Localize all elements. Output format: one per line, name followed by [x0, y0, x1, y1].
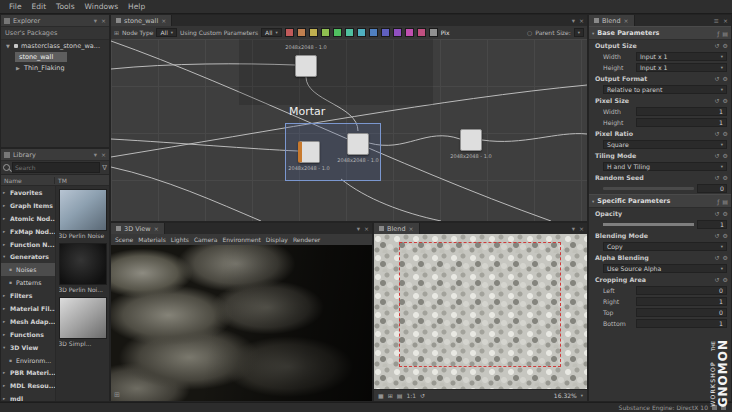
crop-top-input[interactable]: 0 — [636, 308, 727, 317]
options-icon[interactable]: ⚙ — [723, 75, 728, 82]
category-atomic-nodes[interactable]: ▸Atomic Nod... — [1, 212, 55, 225]
reset-icon[interactable]: ↺ — [715, 75, 720, 82]
reset-icon[interactable]: ↺ — [715, 210, 720, 217]
reset-icon[interactable]: ↺ — [715, 130, 720, 137]
graph-node[interactable] — [460, 129, 482, 151]
menu-camera[interactable]: Camera — [194, 236, 218, 243]
alpha-blending-dropdown[interactable]: Use Source Alpha▾ — [603, 264, 727, 273]
chevron-down-icon[interactable]: ▼ — [5, 43, 11, 49]
crop-left-input[interactable]: 0 — [636, 286, 727, 295]
tab-stone-wall[interactable]: stone_wall × — [111, 15, 172, 26]
viewport-grid-icon[interactable]: ⊞ — [114, 391, 120, 399]
collapse-icon[interactable]: ▾ — [592, 199, 594, 204]
menu-help[interactable]: Help — [123, 2, 150, 11]
category-pbr-materials[interactable]: ▸PBR Materi... — [1, 366, 55, 379]
node-type-icon[interactable] — [309, 28, 318, 37]
reset-view-icon[interactable]: ↺ — [420, 392, 425, 399]
graph-node-uniform-color[interactable] — [298, 141, 320, 163]
menu-renderer[interactable]: Renderer — [293, 236, 320, 243]
menu-edit[interactable]: Edit — [27, 2, 52, 11]
menu-environment[interactable]: Environment — [222, 236, 260, 243]
category-graph-items[interactable]: ▸Graph Items — [1, 199, 55, 212]
reset-icon[interactable]: ↺ — [715, 276, 720, 283]
category-generators[interactable]: ▾Generators — [1, 250, 55, 263]
category-mdl[interactable]: ▸mdl — [1, 392, 55, 402]
menu-file[interactable]: File — [4, 2, 27, 11]
thumbnail-3d-perlin-noise[interactable]: 3D Perlin Noise — [59, 189, 107, 239]
node-type-icon[interactable] — [345, 28, 354, 37]
crop-right-input[interactable]: 1 — [636, 297, 727, 306]
ratio-button[interactable]: 1:1 — [406, 392, 416, 399]
options-icon[interactable]: ⚙ — [723, 42, 728, 49]
chevron-down-icon[interactable]: ▾ — [94, 151, 97, 159]
category-environment[interactable]: ▪Environm... — [1, 354, 55, 367]
chevron-down-icon[interactable]: ▾ — [94, 17, 97, 25]
close-icon[interactable]: × — [409, 225, 414, 232]
close-icon[interactable]: × — [624, 17, 629, 24]
reset-icon[interactable]: ↺ — [715, 152, 720, 159]
menu-scene[interactable]: Scene — [115, 236, 133, 243]
options-icon[interactable]: ⚙ — [723, 210, 728, 217]
custom-params-dropdown[interactable]: All▾ — [261, 28, 282, 37]
reset-icon[interactable]: ↺ — [715, 42, 720, 49]
category-mesh-adaptive[interactable]: ▸Mesh Adap... — [1, 315, 55, 328]
close-icon[interactable]: × — [579, 17, 584, 24]
random-seed-slider[interactable] — [603, 187, 694, 190]
node-type-icon[interactable] — [393, 28, 402, 37]
chevron-down-icon[interactable]: ▾ — [357, 225, 360, 233]
menu-display[interactable]: Display — [266, 236, 288, 243]
node-type-icon[interactable] — [417, 28, 426, 37]
menu-icon[interactable]: ≡ — [714, 17, 719, 25]
tree-item-thin-flaking[interactable]: ▶ Thin_Flaking — [1, 62, 109, 73]
node-type-icon[interactable] — [321, 28, 330, 37]
section-specific-parameters[interactable]: ▾ Specific Parameters ƒ▤ — [589, 194, 731, 208]
node-type-icon[interactable] — [369, 28, 378, 37]
tree-item-package[interactable]: ▼ masterclass_stone_wa... — [1, 40, 109, 51]
options-icon[interactable]: ⚙ — [723, 130, 728, 137]
filter-icon[interactable]: ∇ — [102, 164, 107, 172]
thumbnail-3d-perlin-noise-2[interactable]: 3D Perlin Noi... — [59, 243, 107, 293]
2d-texture-viewport[interactable] — [374, 234, 587, 389]
node-type-icon[interactable] — [357, 28, 366, 37]
graph-node-blend[interactable] — [347, 133, 369, 155]
chevron-down-icon[interactable]: ▾ — [581, 393, 583, 398]
opacity-value[interactable]: 1 — [697, 220, 727, 229]
pixel-height-input[interactable]: 1 — [636, 118, 727, 127]
category-function-nodes[interactable]: ▸Function N... — [1, 238, 55, 251]
options-icon[interactable]: ⚙ — [723, 276, 728, 283]
tree-item-stone-wall[interactable]: stone_wall — [1, 51, 109, 62]
parent-size-dropdown[interactable]: ▾ — [574, 28, 584, 37]
close-icon[interactable]: × — [154, 225, 159, 232]
close-icon[interactable]: × — [101, 17, 106, 25]
options-icon[interactable]: ⚙ — [723, 97, 728, 104]
tiling-icon[interactable]: ▦ — [378, 392, 384, 399]
node-type-icon[interactable] — [297, 28, 306, 37]
category-filters[interactable]: ▸Filters — [1, 289, 55, 302]
chevron-down-icon[interactable]: ▾ — [572, 17, 575, 25]
category-patterns[interactable]: ▪Patterns — [1, 276, 55, 289]
output-height-dropdown[interactable]: Input x 1▾ — [636, 63, 727, 72]
crop-selection-rectangle[interactable] — [399, 242, 561, 367]
node-type-icon[interactable] — [381, 28, 390, 37]
random-seed-value[interactable]: 0 — [697, 184, 727, 193]
graph-comment-label[interactable]: Mortar — [289, 105, 325, 118]
channels-icon[interactable]: ▤ — [397, 392, 403, 399]
category-noises[interactable]: ▪Noises — [1, 263, 55, 276]
output-width-dropdown[interactable]: Input x 1▾ — [636, 52, 727, 61]
node-type-dropdown[interactable]: All▾ — [156, 28, 177, 37]
library-search-input[interactable] — [12, 162, 100, 173]
reset-icon[interactable]: ↺ — [715, 174, 720, 181]
close-icon[interactable]: × — [723, 17, 728, 24]
close-icon[interactable]: × — [101, 151, 106, 159]
options-icon[interactable]: ⚙ — [723, 152, 728, 159]
menu-materials[interactable]: Materials — [138, 236, 166, 243]
reset-icon[interactable]: ↺ — [715, 232, 720, 239]
tiling-mode-dropdown[interactable]: H and V Tiling▾ — [603, 162, 727, 171]
link-icon[interactable]: ⊞ — [114, 29, 119, 36]
options-icon[interactable]: ⚙ — [723, 232, 728, 239]
output-format-dropdown[interactable]: Relative to parent▾ — [603, 85, 727, 94]
pixel-width-input[interactable]: 1 — [636, 107, 727, 116]
close-icon[interactable]: × — [161, 17, 166, 24]
thumbnail-3d-simplex[interactable]: 3D Simpl... — [59, 297, 107, 347]
tab-properties-blend[interactable]: Blend × — [589, 15, 635, 26]
